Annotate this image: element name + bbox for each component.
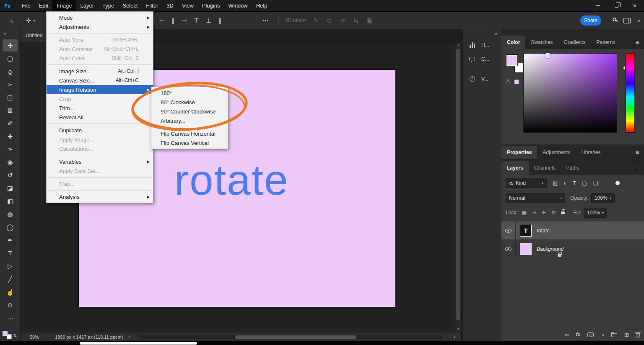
menu-item-canvas-size[interactable]: Canvas Size... Alt+Ctrl+C <box>47 76 153 85</box>
tab-swatches[interactable]: Swatches <box>525 36 558 49</box>
histogram-panel-button[interactable]: H... <box>463 38 501 52</box>
type-tool[interactable]: T <box>3 247 18 259</box>
swap-colors-icon[interactable]: ⇅ <box>13 333 17 338</box>
search-icon[interactable] <box>613 18 616 21</box>
submenu-item-flip-canvas-vertical[interactable]: Flip Canvas Vertical <box>151 138 228 147</box>
chevron-down-icon[interactable]: ▾ <box>34 12 35 29</box>
menu-item-variables[interactable]: Variables ▶ <box>47 157 153 166</box>
menu-plugins[interactable]: Plugins <box>198 0 224 11</box>
menu-file[interactable]: File <box>18 0 35 11</box>
menu-view[interactable]: View <box>178 0 198 11</box>
delete-layer-icon[interactable] <box>636 333 640 337</box>
status-chevron-icon[interactable]: › <box>129 334 130 340</box>
collapse-panels-icon[interactable]: « <box>463 29 501 38</box>
panel-menu-icon[interactable]: ≡ <box>636 161 644 175</box>
brush-tool[interactable]: ✑ <box>3 143 18 155</box>
menu-item-auto-contrast[interactable]: Auto Contrast Alt+Shift+Ctrl+L <box>47 44 153 54</box>
lock-all-icon[interactable] <box>561 211 565 214</box>
menu-item-apply-image[interactable]: Apply Image... <box>47 135 153 144</box>
menu-help[interactable]: Help <box>252 0 272 11</box>
layer-mask-icon[interactable] <box>587 332 594 337</box>
more-options-icon[interactable]: ••• <box>262 12 269 29</box>
link-layers-icon[interactable]: ∞ <box>565 332 569 338</box>
hue-slider[interactable] <box>626 53 635 133</box>
drag-3d-icon[interactable]: ✛ <box>340 17 345 24</box>
lock-position-icon[interactable]: ✛ <box>542 210 546 216</box>
menu-item-mode[interactable]: Mode ▶ <box>47 13 153 22</box>
minimize-button[interactable] <box>589 0 607 11</box>
opacity-select[interactable]: 100% ▾ <box>591 193 615 203</box>
fill-select[interactable]: 100% ▾ <box>584 208 607 218</box>
layer-visibility-icon[interactable] <box>505 229 512 233</box>
menu-item-analysis[interactable]: Analysis ▶ <box>47 192 153 201</box>
layer-row[interactable]: T rotate <box>501 221 644 240</box>
align-bottom-edges-icon[interactable]: ⊥ <box>206 17 211 24</box>
tab-gradients[interactable]: Gradients <box>558 36 591 49</box>
comments-panel-button[interactable]: C... <box>463 52 501 66</box>
filter-toggle-icon[interactable] <box>615 181 620 185</box>
move-tool-preset-icon[interactable]: ✛ <box>26 12 31 29</box>
layer-thumbnail[interactable] <box>520 243 532 255</box>
tab-patterns[interactable]: Patterns <box>591 36 621 49</box>
restore-button[interactable] <box>607 0 626 11</box>
menu-item-calculations[interactable]: Calculations... <box>47 144 153 153</box>
menu-3d[interactable]: 3D <box>162 0 178 11</box>
version-history-panel-button[interactable]: V... <box>463 72 501 86</box>
menu-type[interactable]: Type <box>98 0 118 11</box>
menu-item-auto-tone[interactable]: Auto Tone Shift+Ctrl+L <box>47 35 153 44</box>
eraser-tool[interactable]: ◪ <box>3 182 18 194</box>
scroll-down-icon[interactable]: ▾ <box>455 327 461 331</box>
foreground-color-swatch[interactable] <box>3 331 8 336</box>
layer-row[interactable]: Background <box>501 240 644 258</box>
history-brush-tool[interactable]: ↺ <box>3 169 18 181</box>
group-layers-icon[interactable] <box>611 333 617 337</box>
healing-brush-tool[interactable]: ✚ <box>3 130 18 142</box>
line-tool[interactable]: ╱ <box>3 273 18 285</box>
layer-visibility-icon[interactable] <box>505 247 512 251</box>
color-picker-ring[interactable] <box>545 53 551 58</box>
horizontal-scrollbar-thumb[interactable] <box>235 335 356 339</box>
eyedropper-tool[interactable]: ✐ <box>3 117 18 129</box>
tab-libraries[interactable]: Libraries <box>576 146 606 159</box>
menu-item-image-size[interactable]: Image Size... Alt+Ctrl+I <box>47 67 153 76</box>
layer-filter-kind-select[interactable]: Kind ▾ <box>506 178 547 188</box>
submenu-item-flip-canvas-horizontal[interactable]: Flip Canvas Horizontal <box>151 129 228 138</box>
status-chevron-right-icon[interactable]: › <box>454 334 455 340</box>
menu-layer[interactable]: Layer <box>76 0 99 11</box>
foreground-background-swatches[interactable] <box>3 331 12 339</box>
gradient-tool[interactable]: ◧ <box>3 195 18 207</box>
filter-pixel-layers-icon[interactable]: ▨ <box>553 180 558 186</box>
frame-tool[interactable]: ⊠ <box>3 104 18 116</box>
align-right-edges-icon[interactable]: ⊣ <box>182 17 187 24</box>
lock-image-pixels-icon[interactable]: ✑ <box>532 210 536 216</box>
layer-effects-icon[interactable]: fx <box>576 332 581 337</box>
submenu-item-arbitrary[interactable]: Arbitrary... <box>151 116 228 125</box>
menu-item-crop[interactable]: Crop <box>47 94 153 103</box>
submenu-item-180[interactable]: 180° <box>151 88 228 98</box>
menu-item-trap[interactable]: Trap... <box>47 179 153 188</box>
tab-paths[interactable]: Paths <box>561 161 584 175</box>
roll-3d-icon[interactable]: ⊙ <box>327 17 332 24</box>
menu-select[interactable]: Select <box>118 0 142 11</box>
crop-tool[interactable]: ◳ <box>3 91 18 103</box>
slide-3d-icon[interactable]: ⇆ <box>353 17 359 24</box>
double-chevron-right-icon[interactable]: » <box>638 12 641 29</box>
lock-transparent-pixels-icon[interactable]: ▦ <box>522 210 527 216</box>
distribute-icon[interactable]: ∦ <box>218 17 221 24</box>
align-left-edges-icon[interactable]: ⊢ <box>159 17 164 24</box>
submenu-item-90-clockwise[interactable]: 90° Clockwise <box>151 98 228 107</box>
gamut-swatch[interactable] <box>514 79 519 84</box>
filter-adjustment-layers-icon[interactable]: ◐ <box>564 180 567 186</box>
share-button[interactable]: Share <box>580 15 601 26</box>
clone-stamp-tool[interactable]: ◉ <box>3 156 18 168</box>
saturation-brightness-field[interactable] <box>523 53 617 133</box>
filter-shape-layers-icon[interactable]: ▢ <box>582 180 587 186</box>
vertical-scrollbar[interactable]: ▴ ▾ <box>455 42 461 332</box>
menu-item-reveal-all[interactable]: Reveal All <box>47 113 153 122</box>
menu-item-adjustments[interactable]: Adjustments ▶ <box>47 22 153 31</box>
tab-properties[interactable]: Properties <box>501 146 537 159</box>
camera-3d-icon[interactable]: ▣ <box>366 17 372 24</box>
menu-item-apply-data-set[interactable]: Apply Data Set... <box>47 166 153 175</box>
object-selection-tool[interactable]: ➢ <box>3 78 18 90</box>
edit-toolbar-icon[interactable]: ⋯ <box>3 312 18 324</box>
